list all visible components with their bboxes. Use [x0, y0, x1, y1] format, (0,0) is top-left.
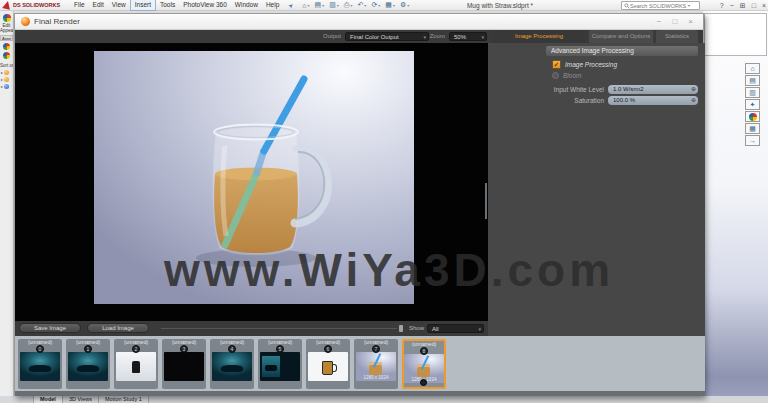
bloom-row: Bloom [552, 72, 581, 79]
menu-file[interactable]: File [70, 0, 88, 10]
thumbnail-badge: 6 [324, 345, 332, 353]
render-slot-thumbnail-5[interactable]: (unnamed) 5 [258, 339, 302, 389]
appearance-tree-item[interactable]: ▸ [1, 77, 13, 82]
thumbnail-badge: 2 [132, 345, 140, 353]
output-dropdown[interactable]: Final Color Output ▾ [345, 32, 429, 41]
rebuild-icon[interactable]: ⟳▾ [371, 1, 380, 9]
resources-home-icon[interactable]: ⌂ [745, 63, 760, 74]
help-button[interactable]: ? [720, 0, 724, 11]
input-white-level-field[interactable]: 1.0 W/srm2 ⊕ [608, 85, 698, 94]
file-explorer-icon[interactable]: ▥ [745, 87, 760, 98]
render-slot-thumbnail-8-selected[interactable]: (unnamed) 8 1280 x 1024 [402, 339, 446, 389]
render-slot-thumbnail-0[interactable]: (unnamed) 0 [18, 339, 62, 389]
bloom-checkbox[interactable] [552, 72, 559, 79]
menu-window[interactable]: Window [231, 0, 262, 10]
document-tab-bar: Model 3D Views Motion Study 1 [0, 396, 768, 403]
options-grid-button[interactable]: ⊞ [740, 0, 746, 11]
render-slot-thumbnail-6[interactable]: (unnamed) 6 [306, 339, 350, 389]
appearance-ball-icon [4, 70, 9, 75]
document-title: Mug with Straw.sldprt * [420, 2, 580, 9]
appearance-swatch-icon-2[interactable] [3, 52, 10, 59]
maximize-button[interactable]: □ [672, 17, 677, 26]
tab-compare-and-options[interactable]: Compare and Options [589, 30, 653, 43]
chevron-down-icon: ▾ [481, 33, 484, 41]
load-image-button[interactable]: Load Image [87, 323, 149, 333]
undo-icon[interactable]: ↶▾ [357, 1, 366, 9]
menu-help[interactable]: Help [262, 0, 283, 10]
tab-image-processing[interactable]: Image Processing [492, 30, 586, 43]
show-filter-dropdown[interactable]: All ▾ [427, 324, 484, 333]
render-slot-thumbnail-1[interactable]: (unnamed) 1 [66, 339, 110, 389]
appearances-tab[interactable]: Appe [0, 35, 13, 41]
render-view-scrollbar[interactable] [485, 183, 487, 219]
appearances-scenes-icon[interactable] [745, 111, 760, 122]
options-icon[interactable]: ⚙▾ [400, 1, 409, 9]
saturation-field[interactable]: 100.0 % ⊕ [608, 96, 698, 105]
menu-photoview360[interactable]: PhotoView 360 [179, 0, 231, 10]
tab-statistics[interactable]: Statistics [656, 30, 698, 43]
menu-tools[interactable]: Tools [156, 0, 179, 10]
final-render-title: Final Render [34, 17, 80, 26]
quick-toolbar: ⌂▾ ▤▾ ▥▾ ⎙▾ ↶▾ ⟳▾ ▦▾ ⚙▾ [302, 1, 414, 9]
help-search-box[interactable]: ▾ [621, 1, 700, 10]
restore-button[interactable]: □ [752, 0, 756, 11]
image-processing-checkbox[interactable]: ✓ [552, 60, 561, 69]
close-button[interactable]: × [688, 17, 693, 26]
new-document-icon[interactable]: ▤▾ [315, 1, 325, 9]
thumbnail-scroll-handle[interactable] [399, 325, 403, 332]
pin-menu-icon[interactable]: ➤ [287, 1, 296, 10]
menu-insert[interactable]: Insert [130, 0, 156, 11]
mini-slider-icon[interactable]: ⊕ [691, 85, 696, 94]
saturation-value: 100.0 % [613, 97, 635, 103]
final-render-titlebar[interactable]: Final Render − □ × [15, 14, 703, 30]
tab-bar-corner [0, 396, 34, 403]
window-bottom-frame [15, 391, 705, 396]
expand-arrow-icon[interactable]: ▸ [1, 77, 3, 82]
thumbnail-image [164, 352, 204, 381]
home-icon[interactable]: ⌂▾ [302, 2, 309, 9]
tab-3d-views[interactable]: 3D Views [63, 396, 99, 403]
file-properties-icon[interactable]: ▦▾ [385, 1, 395, 9]
zoom-dropdown[interactable]: 50% ▾ [449, 32, 487, 41]
appearance-swatch-icon[interactable] [3, 43, 10, 50]
appearance-tree-item[interactable]: ▸ [1, 84, 13, 89]
bloom-label: Bloom [563, 72, 581, 79]
print-icon[interactable]: ⎙▾ [344, 1, 353, 9]
design-library-icon[interactable]: ▤ [745, 75, 760, 86]
view-palette-icon[interactable]: ✦ [745, 99, 760, 110]
search-dropdown-caret[interactable]: ▾ [688, 3, 690, 8]
close-button[interactable]: × [762, 0, 766, 11]
thumbnail-scroll-track[interactable] [161, 328, 397, 329]
thumbnail-image [308, 352, 348, 381]
mini-slider-icon[interactable]: ⊕ [691, 96, 696, 105]
advanced-image-processing-header[interactable]: Advanced Image Processing [546, 46, 698, 56]
custom-properties-icon[interactable]: ▦ [745, 123, 760, 134]
edit-appearance-icon[interactable] [3, 14, 11, 22]
render-slot-thumbnail-7[interactable]: (unnamed) 7 1280 x 1024 [354, 339, 398, 389]
minimize-button[interactable]: − [657, 17, 662, 26]
saturation-label: Saturation [506, 97, 604, 104]
forum-icon[interactable]: → [745, 135, 760, 146]
menu-edit[interactable]: Edit [89, 0, 108, 10]
show-filter-value: All [432, 326, 439, 332]
output-label: Output [309, 30, 341, 43]
thumbnail-image [116, 352, 156, 381]
thumbnail-image: 1280 x 1024 [356, 352, 396, 381]
render-slot-thumbnail-4[interactable]: (unnamed) 4 [210, 339, 254, 389]
expand-arrow-icon[interactable]: ▸ [1, 70, 3, 75]
minimize-button[interactable]: − [730, 0, 734, 11]
thumbnail-image [20, 352, 60, 381]
expand-arrow-icon[interactable]: ▸ [1, 84, 3, 89]
appearance-tree-item[interactable]: ▸ [1, 70, 13, 75]
thumbnail-badge: 0 [36, 345, 44, 353]
render-slot-thumbnail-2[interactable]: (unnamed) 2 [114, 339, 158, 389]
thumbnail-badge: 4 [228, 345, 236, 353]
open-icon[interactable]: ▥▾ [329, 1, 339, 9]
save-image-button[interactable]: Save Image [19, 323, 81, 333]
tab-model[interactable]: Model [34, 396, 63, 403]
render-slot-thumbnail-3[interactable]: (unnamed) 3 [162, 339, 206, 389]
tab-bar-filler [149, 396, 768, 403]
search-input[interactable] [630, 3, 688, 9]
menu-view[interactable]: View [108, 0, 130, 10]
tab-motion-study-1[interactable]: Motion Study 1 [99, 396, 149, 403]
